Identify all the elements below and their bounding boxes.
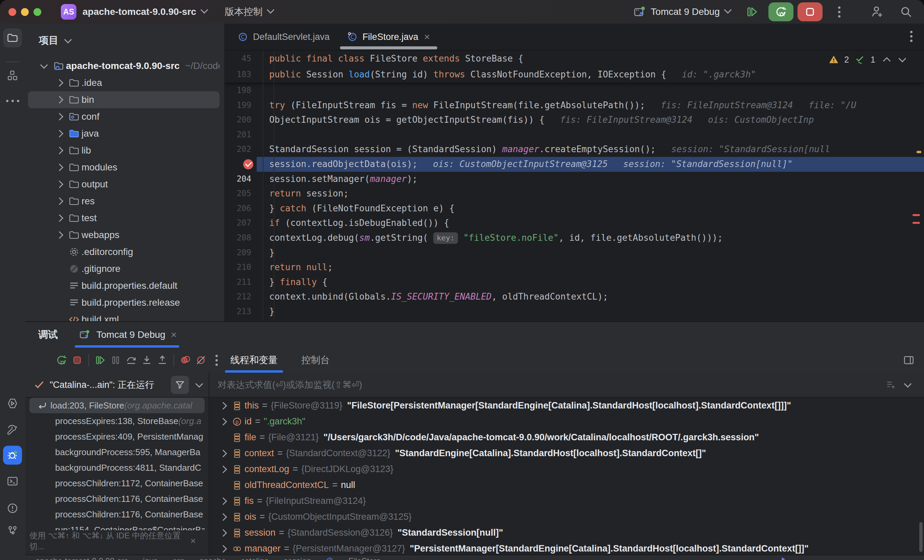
frame-row[interactable]: processExpires:409, PersistentManag — [29, 429, 205, 444]
frame-row[interactable]: processChildren:1176, ContainerBase — [29, 506, 205, 522]
code-line-202[interactable]: 202 StandardSession session = (StandardS… — [224, 142, 924, 157]
line-number[interactable]: 201 — [224, 127, 257, 142]
line-number[interactable]: 205 — [224, 186, 257, 201]
layout-settings-button[interactable] — [901, 352, 916, 368]
chevron-right-icon[interactable] — [219, 513, 227, 521]
line-number[interactable]: 212 — [224, 289, 257, 304]
variable-row-manager[interactable]: manager={PersistentManager@3127}"Persist… — [209, 541, 924, 555]
debug-tool-button[interactable] — [3, 446, 22, 465]
line-number[interactable]: 199 — [224, 98, 257, 113]
breadcrumb-item[interactable]: session — [284, 556, 311, 560]
variable-row-context[interactable]: context={StandardContext@3122}"StandardE… — [209, 445, 924, 461]
chevron-right-icon[interactable] — [56, 130, 64, 138]
line-number[interactable]: 207 — [224, 216, 257, 231]
line-number[interactable]: 206 — [224, 201, 257, 216]
resume-button[interactable] — [92, 352, 108, 368]
rerun-debug-button[interactable] — [768, 2, 794, 21]
tab-console[interactable]: 控制台 — [302, 347, 330, 373]
project-avatar[interactable]: AS — [61, 4, 76, 19]
tree-item-output[interactable]: output — [28, 176, 219, 193]
evaluate-expression-bar[interactable]: 对表达式求值(⏎)或添加监视(⇧⌘⏎) — [209, 373, 924, 398]
chevron-right-icon[interactable] — [219, 418, 227, 425]
add-watch-icon[interactable] — [885, 379, 896, 390]
variable-row-file[interactable]: file={File@3121}"/Users/garck3h/D/code/J… — [209, 430, 924, 445]
code-line-206[interactable]: 206 } catch (FileNotFoundException e) { — [224, 201, 924, 216]
line-number[interactable]: 209 — [224, 246, 257, 261]
problems-tool-button[interactable] — [3, 499, 22, 518]
tree-item-build.properties.default[interactable]: build.properties.default — [28, 277, 219, 294]
code-line-208[interactable]: 208 contextLog.debug(sm.getString( key: … — [224, 231, 924, 246]
close-hint-icon[interactable]: × — [190, 536, 196, 547]
line-number[interactable]: 204 — [224, 172, 257, 187]
step-out-button[interactable] — [154, 352, 170, 368]
editor-code[interactable]: 198199 try (FileInputStream fis = new Fi… — [224, 83, 924, 319]
services-tool-button[interactable] — [3, 394, 22, 413]
run-config-selector[interactable]: Tomcat 9 Debug — [651, 6, 720, 17]
tree-item-modules[interactable]: modules — [28, 159, 219, 176]
variable-row-contextLog[interactable]: contextLog={DirectJDKLog@3123} — [209, 461, 924, 477]
variable-row-id[interactable]: pid=".garck3h" — [209, 413, 924, 430]
view-breakpoints-button[interactable] — [177, 352, 193, 368]
breakpoint-icon[interactable] — [243, 159, 254, 169]
stop-button[interactable] — [69, 352, 85, 368]
chevron-down-icon[interactable] — [40, 61, 48, 69]
code-line-212[interactable]: 212 context.unbind(Globals.IS_SECURITY_E… — [224, 289, 924, 304]
code-line-213[interactable]: 213 } — [224, 304, 924, 319]
tree-item-webapps[interactable]: webapps — [28, 226, 219, 244]
frame-row[interactable]: backgroundProcess:595, ManagerBa — [29, 444, 205, 460]
frame-row[interactable]: backgroundProcess:4811, StandardC — [29, 460, 205, 475]
project-panel-header[interactable]: 项目 — [26, 24, 224, 57]
tab-filestore[interactable]: C FileStore.java × — [339, 24, 439, 50]
chevron-right-icon[interactable] — [56, 164, 64, 171]
minimize-window-button[interactable] — [21, 8, 29, 16]
variable-row-oldThreadContextCL[interactable]: oldThreadContextCL=null — [209, 477, 924, 493]
code-line-199[interactable]: 199 try (FileInputStream fis = new FileI… — [224, 98, 924, 113]
next-problem-icon[interactable] — [898, 55, 906, 63]
line-number[interactable] — [224, 157, 257, 172]
tab-threads-variables[interactable]: 线程和变量 — [230, 347, 278, 373]
variable-row-session[interactable]: session={StandardSession@3126}"StandardS… — [209, 525, 924, 541]
zoom-window-button[interactable] — [33, 8, 41, 16]
line-number[interactable]: 210 — [224, 260, 257, 275]
line-number[interactable]: 198 — [224, 83, 257, 98]
code-line-210[interactable]: 210 return null; — [224, 260, 924, 275]
code-line-198[interactable]: 198 — [224, 83, 924, 98]
rerun-debug-button[interactable] — [54, 352, 69, 368]
code-line-205[interactable]: 205 return session; — [224, 186, 924, 201]
chevron-right-icon[interactable] — [56, 96, 64, 104]
code-line-211[interactable]: 211 } finally { — [224, 275, 924, 290]
chevron-right-icon[interactable] — [56, 231, 64, 239]
evaluate-expand-icon[interactable] — [904, 380, 912, 388]
variable-row-this[interactable]: this={FileStore@3119}"FileStore[Persiste… — [209, 398, 924, 413]
variable-row-ois[interactable]: ois={CustomObjectInputStream@3125} — [209, 509, 924, 525]
code-line-45[interactable]: 45public final class FileStore extends S… — [224, 51, 924, 67]
prev-problem-icon[interactable] — [883, 57, 891, 65]
line-number[interactable]: 213 — [224, 304, 257, 319]
close-tab-icon[interactable]: × — [424, 31, 430, 43]
line-number[interactable]: 200 — [224, 112, 257, 127]
close-session-icon[interactable]: × — [171, 329, 177, 340]
chevron-right-icon[interactable] — [56, 181, 64, 189]
version-control-tool-button[interactable] — [3, 521, 22, 541]
build-tool-button[interactable] — [3, 420, 22, 439]
resume-program-button[interactable] — [744, 4, 760, 19]
tree-item-lib[interactable]: lib — [28, 142, 219, 159]
line-number[interactable]: 202 — [224, 142, 257, 157]
breadcrumb-item[interactable]: org — [173, 556, 184, 560]
chevron-right-icon[interactable] — [219, 465, 227, 473]
tree-item-test[interactable]: test — [28, 210, 219, 226]
line-number[interactable]: 183 — [224, 67, 257, 82]
thread-selector[interactable]: "Catalina-...ain": 正在运行 — [26, 373, 208, 398]
tree-item-bin[interactable]: bin — [28, 91, 219, 108]
tree-item-.editorconfig[interactable]: .editorconfig — [28, 244, 219, 261]
vcs-menu[interactable]: 版本控制 — [225, 5, 262, 18]
debug-session-tab[interactable]: Tomcat 9 Debug × — [79, 322, 177, 347]
stop-button[interactable] — [798, 2, 822, 21]
chevron-right-icon[interactable] — [219, 402, 227, 410]
tree-item-conf[interactable]: conf — [28, 108, 219, 125]
tree-item-build.properties.release[interactable]: build.properties.release — [28, 294, 219, 311]
chevron-right-icon[interactable] — [219, 449, 227, 457]
variables-scrollbar[interactable] — [919, 522, 922, 552]
chevron-right-icon[interactable] — [219, 529, 227, 537]
code-with-me-button[interactable] — [869, 4, 885, 19]
